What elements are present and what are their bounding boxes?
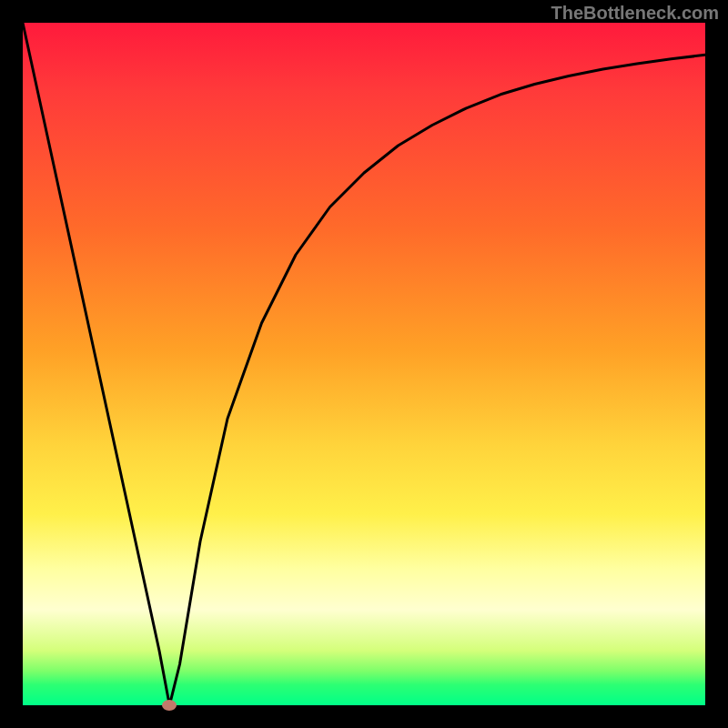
plot-area	[23, 23, 705, 705]
minimum-marker	[162, 700, 177, 711]
curve-path	[23, 23, 705, 705]
bottleneck-curve	[23, 23, 705, 705]
chart-frame: TheBottleneck.com	[0, 0, 728, 728]
attribution-label: TheBottleneck.com	[551, 3, 719, 24]
